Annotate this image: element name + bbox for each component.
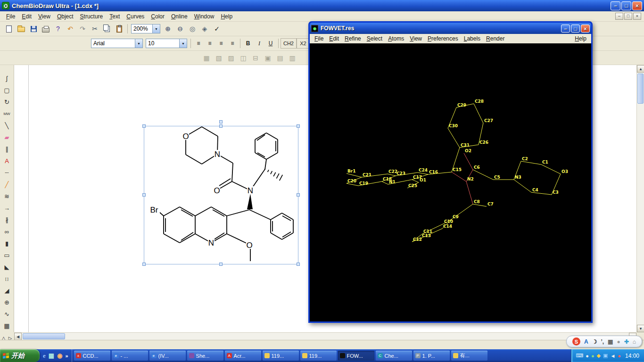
fow-menu-help[interactable]: Help (572, 35, 589, 42)
fow-atom-C28[interactable]: C28 (475, 99, 484, 104)
orbital-tool[interactable]: ∞ (1, 226, 13, 238)
task-button-119[interactable]: 119... (263, 351, 299, 361)
quick-launch-desktop[interactable]: ▦ (49, 352, 54, 360)
sogou-logo-icon[interactable]: S (572, 337, 580, 346)
fow-atom-C14[interactable]: C14 (443, 224, 452, 229)
menu-curves[interactable]: Curves (123, 12, 148, 21)
zoom-in-button[interactable]: ⊕ (162, 23, 174, 34)
sogou-moon-icon[interactable]: ☽ (592, 338, 597, 345)
fow-atom-N3[interactable]: N3 (515, 175, 521, 180)
menu-file[interactable]: File (3, 12, 18, 21)
sogou-language-icon[interactable]: A (584, 338, 588, 345)
parallel-bond-tool[interactable]: ∦ (1, 214, 13, 226)
tray-network-icon[interactable]: ▣ (603, 353, 608, 359)
tray-alert-icon[interactable]: ● (618, 353, 621, 359)
fow-atom-C15[interactable]: C15 (453, 167, 462, 172)
print-button[interactable] (40, 23, 52, 34)
fow-menu-edit[interactable]: Edit (326, 35, 342, 42)
close-button[interactable]: × (632, 1, 642, 10)
pen-tool[interactable]: ▭ (1, 249, 13, 261)
selection-handle[interactable] (142, 193, 146, 197)
fow-atom-C25[interactable]: C25 (408, 183, 417, 188)
task-button-ccd[interactable]: ±CCD... (74, 351, 110, 361)
scroll-up-button[interactable]: ▲ (637, 65, 644, 73)
underline-button[interactable]: U (265, 38, 276, 49)
fow-atom-C3[interactable]: C3 (553, 190, 559, 195)
selection-handle[interactable] (142, 124, 146, 128)
selection-handle[interactable] (142, 263, 146, 266)
menu-structure[interactable]: Structure (77, 12, 107, 21)
fow-atom-C20[interactable]: C20 (347, 179, 356, 183)
fow-atom-C5[interactable]: C5 (494, 175, 500, 180)
fowvet-maximize-button[interactable]: □ (571, 25, 580, 33)
fow-menu-file[interactable]: File (312, 35, 326, 42)
distribute-button[interactable]: ▥ (286, 52, 298, 64)
fow-menu-preferences[interactable]: Preferences (425, 35, 461, 42)
selection-handle[interactable] (219, 263, 223, 266)
superscript-button[interactable]: X2 (297, 38, 310, 49)
fow-atom-C23[interactable]: C23 (396, 171, 405, 176)
menu-view[interactable]: View (35, 12, 54, 21)
task-button-item[interactable]: e- ... (112, 351, 148, 361)
maximize-button[interactable]: □ (621, 1, 631, 10)
task-button-item[interactable]: 有... (451, 351, 487, 361)
task-button-acr[interactable]: AAcr... (225, 351, 261, 361)
align-left-button[interactable]: ≡ (193, 38, 204, 49)
fow-menu-select[interactable]: Select (364, 35, 385, 42)
tray-volume-icon[interactable]: ◄ (610, 353, 615, 359)
scroll-down-button[interactable]: ▼ (637, 325, 644, 332)
analyze-structure-button[interactable]: ◈ (198, 23, 211, 34)
copy-button[interactable] (101, 23, 113, 34)
mw-tool[interactable]: MW (1, 108, 13, 120)
vertical-scrollbar[interactable]: ▲ ▼ (636, 65, 644, 332)
align-center-button[interactable]: ≡ (204, 38, 215, 49)
selection-handle[interactable] (297, 124, 300, 128)
clean-structure-button[interactable]: ▦ (200, 52, 213, 64)
document-restore-button[interactable]: □ (624, 13, 632, 20)
tray-im-icon[interactable]: ● (586, 353, 589, 359)
fow-atom-N1[interactable]: N1 (389, 180, 396, 184)
menu-window[interactable]: Window (191, 12, 218, 21)
tray-antivirus-icon[interactable]: ◆ (597, 353, 601, 359)
chain-tool[interactable]: ∿ (1, 308, 13, 320)
selection-handle[interactable] (219, 124, 223, 128)
fow-atom-C8[interactable]: C8 (474, 199, 480, 204)
align-right-button[interactable]: ≡ (215, 38, 227, 49)
wedge-bond-tool[interactable]: ◣ (1, 261, 13, 273)
menu-help[interactable]: Help (217, 12, 236, 21)
pencil-tool[interactable]: ╱ (1, 179, 13, 190)
fow-menu-atoms[interactable]: Atoms (385, 35, 407, 42)
align-button[interactable]: ▤ (274, 52, 286, 64)
fowvet-close-button[interactable]: × (581, 25, 590, 33)
horizontal-scrollbar[interactable]: ◀ ▶ (14, 332, 636, 340)
start-button[interactable]: 开始 (0, 349, 40, 362)
fow-atom-C24[interactable]: C24 (419, 168, 428, 173)
task-button-119[interactable]: 119... (300, 351, 337, 361)
vertical-scroll-thumb[interactable] (637, 74, 644, 104)
fow-atom-C2[interactable]: C2 (522, 156, 528, 161)
menu-object[interactable]: Object (54, 12, 77, 21)
tray-messenger-icon[interactable]: ● (591, 353, 594, 359)
task-button-che[interactable]: CChe... (376, 351, 412, 361)
bold-button[interactable]: B (242, 38, 254, 49)
multiple-bond-tool[interactable]: ∥ (1, 143, 13, 155)
lasso-select-tool[interactable]: ∫ (1, 73, 13, 84)
font-combobox[interactable]: Arial ▼ (91, 39, 143, 48)
fow-menu-view[interactable]: View (407, 35, 425, 42)
flip-vertical-button[interactable]: ⊟ (249, 52, 262, 64)
single-bond-tool[interactable]: ╲ (1, 120, 13, 132)
quick-launch-chevron[interactable]: » (65, 353, 68, 359)
formula-button[interactable]: CH2 (281, 38, 297, 49)
perspective-button[interactable]: ▧ (213, 52, 225, 64)
hashed-wedge-tool[interactable]: ◢ (1, 285, 13, 296)
bracket-tool[interactable]: [ ] (1, 273, 13, 285)
fow-atom-Br1[interactable]: Br1 (347, 169, 356, 173)
charge-tool[interactable]: ⊕ (1, 296, 13, 308)
fow-menu-refine[interactable]: Refine (342, 35, 364, 42)
bold-bond-tool[interactable]: ▮ (1, 238, 13, 249)
font-size-combobox[interactable]: 10 ▼ (146, 39, 187, 48)
undo-button[interactable]: ↶ (64, 23, 76, 34)
tray-keyboard-icon[interactable]: ⌨ (576, 353, 583, 359)
open-button[interactable] (15, 23, 27, 34)
document-minimize-button[interactable]: – (615, 13, 623, 20)
